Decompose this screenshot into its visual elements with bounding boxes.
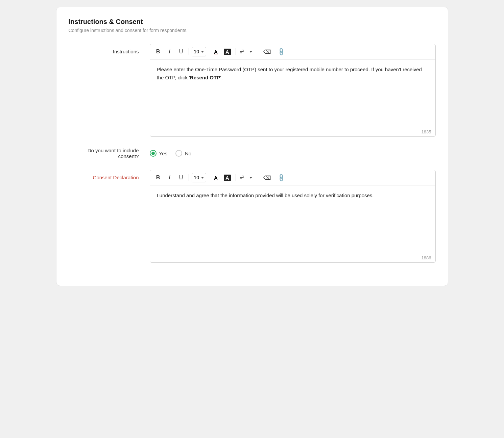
- font-color-button[interactable]: A: [212, 48, 220, 55]
- card-subtitle: Configure instructions and consent for f…: [69, 28, 436, 33]
- consent-superscript-group: x2: [239, 173, 256, 182]
- consent-declaration-label: Consent Declaration: [69, 170, 150, 180]
- consent-divider-4: [258, 174, 258, 181]
- consent-font-color-letter: A: [214, 175, 218, 181]
- link-icon: 🔗: [277, 47, 286, 56]
- font-color-letter: A: [214, 49, 218, 55]
- instructions-toolbar: B I U 10 A A x2: [150, 44, 435, 59]
- consent-underline-button[interactable]: U: [176, 173, 186, 182]
- consent-font-size-chevron: [201, 177, 204, 179]
- instructions-content[interactable]: Please enter the One-Time Password (OTP)…: [150, 59, 435, 127]
- font-size-value: 10: [194, 49, 199, 54]
- consent-font-size-value: 10: [194, 175, 199, 180]
- consent-bold-button[interactable]: B: [153, 173, 163, 182]
- consent-divider-2: [209, 174, 209, 181]
- divider-4: [258, 48, 258, 55]
- consent-highlight-button[interactable]: A: [222, 174, 233, 182]
- yes-radio-inner: [151, 152, 155, 155]
- main-card: Instructions & Consent Configure instruc…: [56, 7, 448, 286]
- consent-declaration-content[interactable]: I understand and agree that the informat…: [150, 185, 435, 253]
- consent-no-option[interactable]: No: [175, 150, 191, 157]
- consent-toolbar: B I U 10 A A x2: [150, 170, 435, 185]
- consent-highlight-letter: A: [224, 175, 231, 181]
- consent-eraser-button[interactable]: ⌫: [261, 173, 273, 182]
- superscript-chevron: [249, 51, 252, 53]
- font-size-chevron: [201, 51, 204, 53]
- consent-char-count: 1886: [150, 253, 435, 262]
- consent-font-color-button[interactable]: A: [212, 174, 220, 181]
- consent-superscript-chevron: [249, 177, 252, 179]
- consent-declaration-row: Consent Declaration B I U 10 A A: [69, 170, 436, 263]
- consent-eraser-icon: ⌫: [263, 175, 271, 181]
- consent-divider-1: [189, 174, 189, 181]
- highlight-letter: A: [224, 49, 231, 55]
- highlight-button[interactable]: A: [222, 48, 233, 56]
- superscript-chevron-button[interactable]: [246, 47, 255, 56]
- instructions-label: Instructions: [69, 44, 150, 54]
- link-button[interactable]: 🔗: [275, 47, 287, 56]
- consent-question-row: Do you want to include consent? Yes No: [69, 148, 436, 159]
- consent-divider-3: [236, 174, 236, 181]
- eraser-button[interactable]: ⌫: [261, 47, 273, 56]
- divider-1: [189, 48, 189, 55]
- consent-declaration-editor: B I U 10 A A x2: [150, 170, 436, 263]
- instructions-row: Instructions B I U 10 A A: [69, 44, 436, 137]
- consent-link-button[interactable]: 🔗: [275, 173, 287, 182]
- consent-yes-option[interactable]: Yes: [150, 150, 167, 157]
- divider-2: [209, 48, 209, 55]
- consent-link-icon: 🔗: [277, 173, 286, 182]
- instructions-editor: B I U 10 A A x2: [150, 44, 436, 137]
- consent-font-size-select[interactable]: 10: [192, 173, 207, 182]
- consent-italic-button[interactable]: I: [165, 173, 174, 182]
- no-label: No: [185, 151, 191, 156]
- card-title: Instructions & Consent: [69, 18, 436, 26]
- consent-superscript-button[interactable]: x2: [239, 174, 245, 181]
- consent-question-label: Do you want to include consent?: [69, 148, 150, 159]
- consent-radio-group: Yes No: [150, 150, 192, 157]
- font-size-select[interactable]: 10: [192, 47, 207, 56]
- superscript-label: x2: [240, 49, 244, 54]
- eraser-icon: ⌫: [263, 49, 271, 55]
- underline-button[interactable]: U: [176, 47, 186, 56]
- yes-radio-circle[interactable]: [150, 150, 157, 157]
- no-radio-circle[interactable]: [175, 150, 182, 157]
- instructions-char-count: 1835: [150, 127, 435, 136]
- consent-superscript-chevron-button[interactable]: [246, 173, 255, 182]
- superscript-button[interactable]: x2: [239, 48, 245, 55]
- superscript-group: x2: [239, 47, 256, 56]
- bold-button[interactable]: B: [153, 47, 163, 56]
- consent-superscript-label: x2: [240, 175, 244, 180]
- yes-label: Yes: [159, 151, 167, 156]
- divider-3: [236, 48, 236, 55]
- italic-button[interactable]: I: [165, 47, 174, 56]
